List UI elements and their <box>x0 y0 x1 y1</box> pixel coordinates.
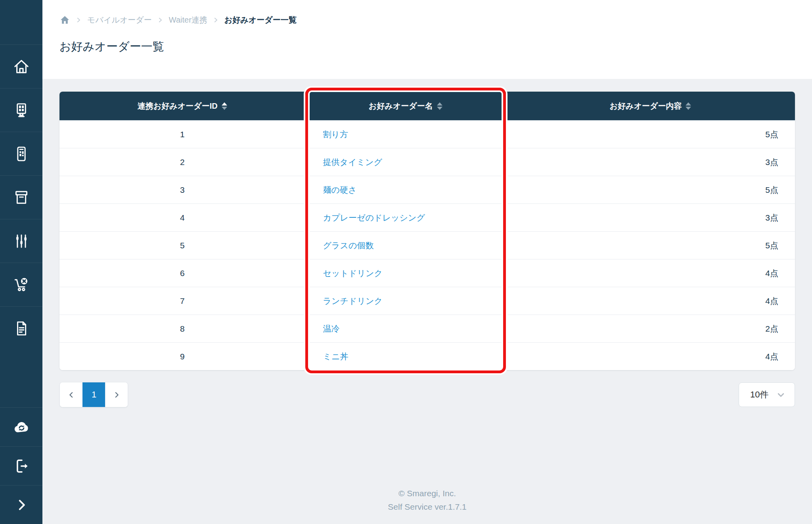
cell-order-name: グラスの個数 <box>305 231 506 259</box>
cell-order-name: ミニ丼 <box>305 342 506 370</box>
cell-order-name: 温冷 <box>305 315 506 342</box>
sort-icon <box>686 102 691 110</box>
chevron-right-icon <box>157 17 164 23</box>
cell-order-content: 3点 <box>506 148 795 176</box>
table-row: 6セットドリンク4点 <box>59 259 795 287</box>
column-header-label: お好みオーダー名 <box>369 101 433 111</box>
order-name-link[interactable]: カプレーゼのドレッシング <box>323 213 425 222</box>
table-row: 7ランチドリンク4点 <box>59 287 795 315</box>
chevron-right-icon <box>75 17 82 23</box>
sidebar-collapse-toggle[interactable] <box>0 485 42 524</box>
breadcrumb-link-mobile-order[interactable]: モバイルオーダー <box>87 15 152 25</box>
order-name-link[interactable]: 提供タイミング <box>323 157 382 167</box>
logout-icon <box>13 457 30 475</box>
order-name-link[interactable]: ミニ丼 <box>323 352 349 361</box>
document-icon <box>13 320 30 337</box>
sidebar-item-archive[interactable] <box>0 175 42 219</box>
footer-copyright: © Smaregi, Inc. <box>59 487 795 500</box>
chevron-down-icon <box>776 390 786 400</box>
sidebar-item-cloud-sync[interactable] <box>0 407 42 446</box>
pagination-page-1-button[interactable]: 1 <box>82 382 105 407</box>
cloud-sync-icon <box>12 418 31 436</box>
footer-version: Self Service ver.1.7.1 <box>59 500 795 514</box>
cell-order-id: 8 <box>59 315 305 342</box>
cell-order-name: 提供タイミング <box>305 148 506 176</box>
table-row: 1割り方5点 <box>59 120 795 148</box>
sidebar-top-spacer <box>0 0 42 44</box>
order-name-link[interactable]: 温冷 <box>323 324 340 333</box>
cell-order-name: 割り方 <box>305 120 506 148</box>
table-row: 9ミニ丼4点 <box>59 342 795 370</box>
order-name-link[interactable]: 割り方 <box>323 130 349 139</box>
chevron-left-icon <box>67 391 75 399</box>
sliders-icon <box>13 232 30 250</box>
column-header-2[interactable]: お好みオーダー内容 <box>506 92 795 120</box>
cell-order-id: 9 <box>59 342 305 370</box>
cell-order-id: 2 <box>59 148 305 176</box>
order-name-link[interactable]: 麺の硬さ <box>323 185 357 194</box>
order-name-link[interactable]: グラスの個数 <box>323 241 374 250</box>
sidebar-item-home[interactable] <box>0 44 42 88</box>
breadcrumb-home-link[interactable] <box>59 15 70 25</box>
column-header-label: 連携お好みオーダーID <box>138 101 218 111</box>
cell-order-name: 麺の硬さ <box>305 176 506 203</box>
table-row: 2提供タイミング3点 <box>59 148 795 176</box>
cell-order-id: 3 <box>59 176 305 203</box>
table-row: 5グラスの個数5点 <box>59 231 795 259</box>
table-row: 8温冷2点 <box>59 315 795 342</box>
sidebar-item-logout[interactable] <box>0 446 42 485</box>
chevron-right-icon <box>113 391 121 399</box>
cell-order-id: 4 <box>59 203 305 231</box>
sidebar-item-documents[interactable] <box>0 306 42 350</box>
cell-order-content: 4点 <box>506 287 795 315</box>
pagination-prev-button[interactable] <box>60 382 82 407</box>
sidebar-item-kiosk[interactable] <box>0 88 42 132</box>
cell-order-id: 7 <box>59 287 305 315</box>
table-row: 3麺の硬さ5点 <box>59 176 795 203</box>
cell-order-id: 1 <box>59 120 305 148</box>
expand-chevron-icon <box>13 497 29 513</box>
topbar: モバイルオーダー Waiter連携 お好みオーダー一覧 お好みオーダー一覧 <box>42 0 812 79</box>
column-header-0[interactable]: 連携お好みオーダーID <box>59 92 305 120</box>
cell-order-content: 4点 <box>506 342 795 370</box>
column-header-1[interactable]: お好みオーダー名 <box>305 92 506 120</box>
order-name-link[interactable]: ランチドリンク <box>323 296 383 305</box>
page-size-value: 10件 <box>750 389 768 401</box>
sidebar <box>0 0 42 524</box>
cell-order-id: 5 <box>59 231 305 259</box>
order-name-link[interactable]: セットドリンク <box>323 269 383 278</box>
cell-order-content: 5点 <box>506 120 795 148</box>
sidebar-bottom-group <box>0 407 42 524</box>
sidebar-item-settings[interactable] <box>0 219 42 263</box>
mobile-order-icon <box>13 145 30 163</box>
page-title: お好みオーダー一覧 <box>59 39 795 55</box>
sort-icon <box>222 102 227 110</box>
cart-cancel-icon <box>13 276 30 294</box>
home-icon <box>13 58 30 75</box>
sort-icon <box>437 102 442 110</box>
cell-order-id: 6 <box>59 259 305 287</box>
page-size-select[interactable]: 10件 <box>739 382 795 407</box>
kiosk-display-icon <box>13 102 30 119</box>
breadcrumb: モバイルオーダー Waiter連携 お好みオーダー一覧 <box>59 15 795 25</box>
chevron-right-icon <box>213 17 219 23</box>
order-table: 連携お好みオーダーIDお好みオーダー名お好みオーダー内容 1割り方5点2提供タイ… <box>59 92 795 370</box>
table-header-row: 連携お好みオーダーIDお好みオーダー名お好みオーダー内容 <box>59 92 795 120</box>
cell-order-content: 5点 <box>506 176 795 203</box>
cell-order-content: 5点 <box>506 231 795 259</box>
order-table-card: 連携お好みオーダーIDお好みオーダー名お好みオーダー内容 1割り方5点2提供タイ… <box>59 92 795 370</box>
pagination-next-button[interactable] <box>105 382 128 407</box>
home-icon <box>59 15 70 25</box>
cell-order-content: 4点 <box>506 259 795 287</box>
sidebar-item-mobile-order[interactable] <box>0 132 42 175</box>
cell-order-content: 2点 <box>506 315 795 342</box>
cell-order-content: 3点 <box>506 203 795 231</box>
footer: © Smaregi, Inc. Self Service ver.1.7.1 <box>59 487 795 514</box>
column-header-label: お好みオーダー内容 <box>610 101 682 111</box>
sidebar-item-cart-cancel[interactable] <box>0 263 42 306</box>
pagination: 1 <box>59 382 128 407</box>
breadcrumb-link-waiter-renkei[interactable]: Waiter連携 <box>169 15 207 25</box>
cell-order-name: セットドリンク <box>305 259 506 287</box>
breadcrumb-current: お好みオーダー一覧 <box>224 15 297 25</box>
content: 連携お好みオーダーIDお好みオーダー名お好みオーダー内容 1割り方5点2提供タイ… <box>42 79 812 524</box>
